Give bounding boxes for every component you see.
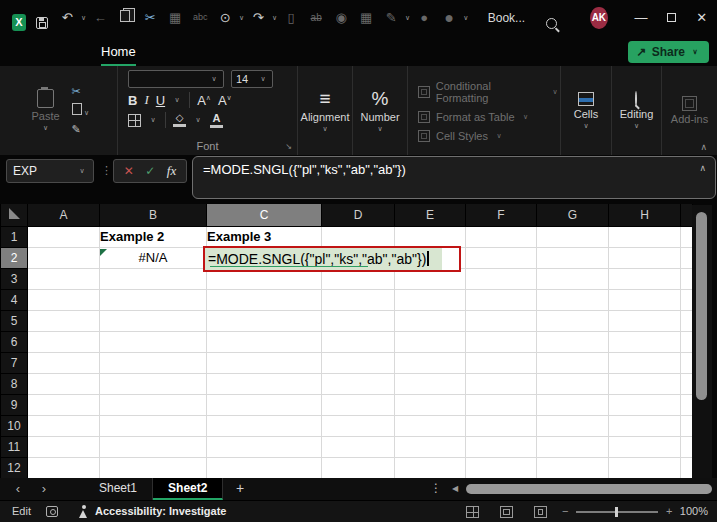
cell-A12[interactable]	[28, 457, 100, 478]
cell-C1[interactable]: Example 3	[207, 226, 322, 247]
zoom-level[interactable]: 100%	[680, 505, 708, 517]
cell-H10[interactable]	[609, 415, 681, 436]
cell-D4[interactable]	[322, 289, 395, 310]
editing-button[interactable]: Editing ∨	[614, 90, 660, 132]
alignment-button[interactable]: ≡ Alignment ∨	[295, 87, 356, 135]
vertical-scrollbar[interactable]	[692, 205, 712, 478]
cell-A6[interactable]	[28, 331, 100, 352]
cell-A4[interactable]	[28, 289, 100, 310]
macro-record-icon[interactable]	[46, 506, 58, 517]
addins-button[interactable]: Add-ins	[665, 94, 714, 127]
camera-icon[interactable]: ◉	[329, 0, 354, 35]
cell-B3[interactable]	[100, 268, 207, 289]
cell-E8[interactable]	[395, 373, 466, 394]
enter-entry-icon[interactable]: ✓	[145, 164, 155, 178]
draw-dropdown-icon[interactable]: ∨	[404, 14, 412, 22]
cell-G5[interactable]	[537, 310, 609, 331]
fill-color-dropdown-icon[interactable]: ∨	[193, 116, 203, 124]
cut-icon[interactable]: ✂	[138, 0, 163, 35]
close-button[interactable]: ✕	[687, 0, 717, 35]
sheet-nav-next-icon[interactable]: ›	[34, 478, 54, 500]
number-button[interactable]: % Number ∨	[354, 87, 405, 135]
page-layout-view-button[interactable]	[500, 506, 513, 518]
cell-A10[interactable]	[28, 415, 100, 436]
cell-F6[interactable]	[466, 331, 537, 352]
cell-F8[interactable]	[466, 373, 537, 394]
collapse-ribbon-icon[interactable]: ∧	[700, 142, 707, 152]
cell-D11[interactable]	[322, 436, 395, 457]
sheetbar-dots-icon[interactable]: ⋮	[430, 478, 442, 499]
zoom-in-button[interactable]: +	[666, 505, 672, 517]
spelling-icon[interactable]: abc	[188, 0, 213, 35]
grow-font-button[interactable]: A∧	[197, 93, 211, 108]
sheet-nav-prev-icon[interactable]: ‹	[8, 478, 28, 500]
cell-G9[interactable]	[537, 394, 609, 415]
cell-C8[interactable]	[207, 373, 322, 394]
expand-formula-bar-icon[interactable]: ∧	[699, 163, 706, 173]
row-header-9[interactable]: 9	[1, 394, 28, 415]
cell-H8[interactable]	[609, 373, 681, 394]
cell-B12[interactable]	[100, 457, 207, 478]
column-header-F[interactable]: F	[466, 204, 537, 226]
cell-B2[interactable]: #N/A	[100, 247, 207, 268]
cell-H6[interactable]	[609, 331, 681, 352]
cell-F2[interactable]	[466, 247, 537, 268]
format-painter-button[interactable]: ✎	[72, 123, 81, 136]
undo-icon[interactable]: ↶	[55, 0, 80, 35]
cell-D1[interactable]	[322, 226, 395, 247]
cell-E4[interactable]	[395, 289, 466, 310]
cell-B11[interactable]	[100, 436, 207, 457]
cell-C4[interactable]	[207, 289, 322, 310]
cell-E5[interactable]	[395, 310, 466, 331]
cell-H11[interactable]	[609, 436, 681, 457]
cell-A1[interactable]	[28, 226, 100, 247]
cell-B1[interactable]: Example 2	[100, 226, 207, 247]
cell-edit-box[interactable]: =MODE.SNGL({"pl","ks","ab","ab"})	[203, 246, 461, 272]
horizontal-scrollbar-thumb[interactable]	[466, 484, 712, 494]
cell-H9[interactable]	[609, 394, 681, 415]
column-header-E[interactable]: E	[395, 204, 466, 226]
format-as-table-button[interactable]: Format as Table ∨	[418, 111, 531, 123]
shrink-font-button[interactable]: A∨	[218, 93, 232, 108]
bold-button[interactable]: B	[128, 93, 137, 108]
hscroll-left-icon[interactable]: ◀	[452, 484, 458, 493]
cell-H4[interactable]	[609, 289, 681, 310]
strikethrough-icon[interactable]: ab	[304, 0, 329, 35]
column-header-D[interactable]: D	[322, 204, 395, 226]
insert-function-icon[interactable]: fx	[167, 163, 176, 179]
column-header-A[interactable]: A	[28, 204, 100, 226]
row-header-11[interactable]: 11	[1, 436, 28, 457]
cell-B5[interactable]	[100, 310, 207, 331]
cell-B7[interactable]	[100, 352, 207, 373]
cell-E12[interactable]	[395, 457, 466, 478]
new-file-icon[interactable]: ▯	[279, 0, 304, 35]
cell-D10[interactable]	[322, 415, 395, 436]
accessibility-status[interactable]: Accessibility: Investigate	[95, 505, 226, 517]
save-icon[interactable]	[30, 6, 55, 29]
cell-E1[interactable]	[395, 226, 466, 247]
cell-G8[interactable]	[537, 373, 609, 394]
cut-button[interactable]: ✂	[72, 85, 81, 98]
row-header-8[interactable]: 8	[1, 373, 28, 394]
cell-C9[interactable]	[207, 394, 322, 415]
redo-dropdown-icon[interactable]: ∨	[271, 14, 279, 22]
cell-G1[interactable]	[537, 226, 609, 247]
italic-button[interactable]: I	[144, 92, 148, 108]
cell-H12[interactable]	[609, 457, 681, 478]
cell-D12[interactable]	[322, 457, 395, 478]
paste-button[interactable]: Paste ∨	[25, 87, 65, 134]
maximize-button[interactable]	[656, 0, 686, 35]
minimize-button[interactable]: —	[626, 0, 656, 35]
cell-C6[interactable]	[207, 331, 322, 352]
cell-G4[interactable]	[537, 289, 609, 310]
row-header-5[interactable]: 5	[1, 310, 28, 331]
cell-G3[interactable]	[537, 268, 609, 289]
undo-dropdown-icon[interactable]: ∨	[80, 14, 88, 22]
formula-input[interactable]: =MODE.SNGL({"pl","ks","ab","ab"}) ∧	[192, 156, 716, 199]
cell-D7[interactable]	[322, 352, 395, 373]
tab-home[interactable]: Home	[101, 44, 136, 67]
cell-E11[interactable]	[395, 436, 466, 457]
touch-mode-icon[interactable]: ⊙	[213, 0, 238, 35]
column-header-G[interactable]: G	[537, 204, 609, 226]
column-header-C[interactable]: C	[207, 204, 322, 226]
